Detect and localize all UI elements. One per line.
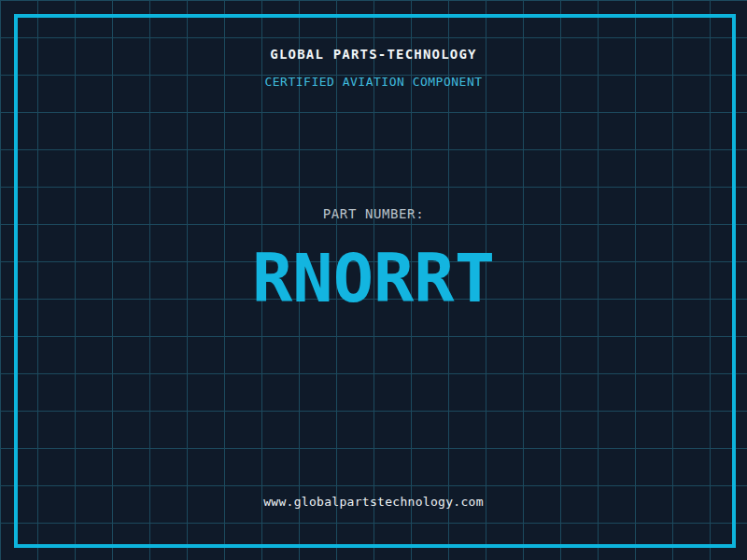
part-number-value: RNORRT bbox=[0, 245, 747, 312]
part-number-label: PART NUMBER: bbox=[0, 206, 747, 221]
certification-subtitle: CERTIFIED AVIATION COMPONENT bbox=[0, 75, 747, 89]
website-url: www.globalpartstechnology.com bbox=[0, 495, 747, 509]
company-title: GLOBAL PARTS-TECHNOLOGY bbox=[0, 47, 747, 62]
certificate-page: GLOBAL PARTS-TECHNOLOGY CERTIFIED AVIATI… bbox=[0, 0, 747, 560]
